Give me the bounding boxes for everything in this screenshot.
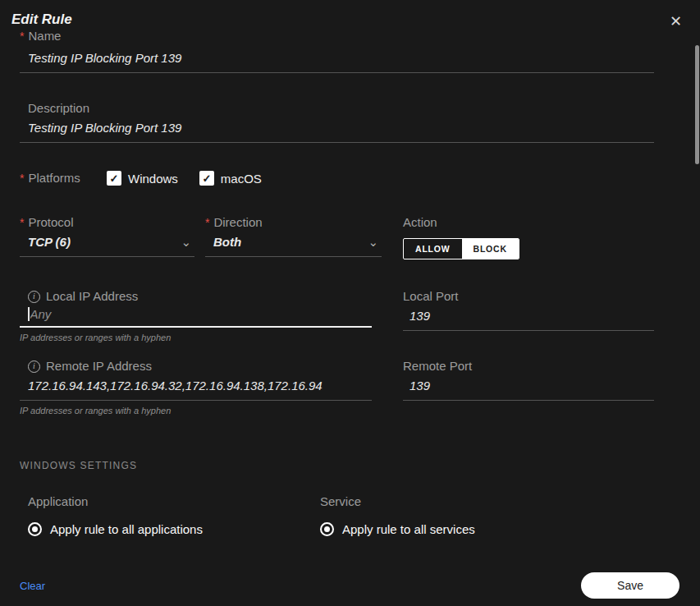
service-radio[interactable]: Apply rule to all services (312, 522, 654, 536)
dialog-footer: Clear Save (20, 572, 679, 599)
service-field: Service Apply rule to all services (312, 494, 654, 536)
local-port-value: 139 (409, 309, 430, 323)
remote-ip-value: 172.16.94.143,172.16.94.32,172.16.94.138… (28, 379, 323, 393)
save-button[interactable]: Save (581, 572, 679, 599)
close-icon: ✕ (670, 13, 682, 30)
local-port-label-row: Local Port (403, 289, 654, 304)
application-service-row: Application Apply rule to all applicatio… (20, 494, 654, 536)
radio-dot (324, 526, 330, 532)
radio-selected-icon (320, 522, 334, 536)
platforms-label: Platforms (28, 171, 80, 185)
chevron-down-icon: ⌄ (368, 238, 378, 246)
direction-label: Direction (213, 215, 262, 229)
local-ip-input[interactable] (30, 307, 373, 321)
radio-selected-icon (28, 522, 42, 536)
protocol-value: TCP (6) (28, 235, 71, 250)
windows-settings-heading: WINDOWS SETTINGS (20, 460, 654, 471)
service-radio-label: Apply rule to all services (342, 522, 475, 536)
platforms-field: *Platforms ✓ Windows ✓ macOS (20, 171, 654, 186)
text-cursor (28, 307, 30, 321)
name-label-clip: *Name (20, 32, 654, 46)
description-label-row: Description (20, 101, 654, 116)
name-label-row: *Name (20, 32, 654, 44)
local-port-input[interactable]: 139 (403, 304, 654, 331)
name-field: *Name Testing IP Blocking Port 139 (20, 32, 654, 73)
local-row: i Local IP Address IP addresses or range… (20, 289, 654, 342)
info-icon-glyph: i (33, 289, 35, 304)
edit-rule-dialog: Edit Rule ✕ *Name Testing IP Blocking Po… (0, 0, 700, 606)
remote-port-field: Remote Port 139 (403, 359, 654, 415)
action-field: Action ALLOW BLOCK (403, 215, 654, 259)
local-port-field: Local Port 139 (403, 289, 654, 342)
checkbox-windows-label: Windows (128, 172, 178, 186)
chevron-down-icon: ⌄ (181, 238, 191, 246)
name-input[interactable]: Testing IP Blocking Port 139 (20, 46, 654, 73)
application-label-row: Application (20, 494, 312, 509)
direction-select[interactable]: *Direction Both ⌄ (205, 215, 382, 259)
required-asterisk: * (205, 216, 209, 229)
form-body: *Name Testing IP Blocking Port 139 Descr… (0, 30, 700, 536)
scrollbar-thumb[interactable] (695, 45, 699, 164)
local-ip-input-wrap (20, 304, 372, 328)
remote-ip-input[interactable]: 172.16.94.143,172.16.94.32,172.16.94.138… (20, 374, 372, 401)
radio-dot (32, 526, 38, 532)
remote-port-label-row: Remote Port (403, 359, 654, 374)
description-label: Description (28, 101, 89, 115)
protocol-value-row: TCP (6) ⌄ (20, 230, 194, 257)
application-radio-label: Apply rule to all applications (50, 522, 203, 536)
action-toggle: ALLOW BLOCK (403, 238, 519, 259)
protocol-label-row: *Protocol (20, 215, 194, 230)
remote-ip-field: i Remote IP Address 172.16.94.143,172.16… (20, 359, 372, 415)
remote-port-label: Remote Port (403, 359, 472, 373)
remote-row: i Remote IP Address 172.16.94.143,172.16… (20, 359, 654, 415)
protocol-select[interactable]: *Protocol TCP (6) ⌄ (20, 215, 194, 259)
check-icon: ✓ (202, 172, 211, 185)
local-port-label: Local Port (403, 289, 459, 303)
allow-button[interactable]: ALLOW (404, 239, 462, 259)
info-icon-glyph: i (33, 359, 35, 374)
checkbox-windows[interactable]: ✓ Windows (107, 171, 178, 186)
platforms-label-row: *Platforms (20, 171, 107, 186)
name-value: Testing IP Blocking Port 139 (28, 51, 181, 65)
info-icon[interactable]: i (28, 291, 40, 303)
remote-ip-label: Remote IP Address (46, 359, 152, 374)
local-ip-label-row: i Local IP Address (20, 289, 372, 304)
direction-label-row: *Direction (205, 215, 382, 230)
dialog-title: Edit Rule (11, 11, 72, 28)
required-asterisk: * (20, 32, 24, 43)
name-label: Name (28, 32, 61, 43)
checkbox-windows-box: ✓ (107, 171, 121, 186)
local-ip-label: Local IP Address (46, 289, 138, 304)
service-label: Service (320, 494, 361, 508)
checkbox-macos-box: ✓ (199, 171, 214, 186)
service-label-row: Service (312, 494, 654, 509)
remote-ip-helper: IP addresses or ranges with a hyphen (20, 406, 372, 415)
direction-value: Both (213, 235, 241, 250)
protocol-label: Protocol (28, 215, 73, 229)
remote-port-value: 139 (409, 379, 430, 393)
checkbox-macos[interactable]: ✓ macOS (199, 171, 262, 186)
application-field: Application Apply rule to all applicatio… (20, 494, 312, 536)
clear-link[interactable]: Clear (20, 580, 45, 592)
protocol-direction-action-row: *Protocol TCP (6) ⌄ *Direction Both ⌄ Ac (20, 215, 654, 259)
description-input[interactable]: Testing IP Blocking Port 139 (20, 116, 654, 143)
dialog-header: Edit Rule ✕ (0, 0, 700, 30)
application-label: Application (28, 494, 88, 508)
description-value: Testing IP Blocking Port 139 (28, 121, 181, 135)
application-radio[interactable]: Apply rule to all applications (20, 522, 312, 536)
block-button[interactable]: BLOCK (462, 239, 519, 259)
remote-ip-label-row: i Remote IP Address (20, 359, 372, 374)
required-asterisk: * (20, 216, 24, 229)
close-button[interactable]: ✕ (670, 14, 682, 29)
required-asterisk: * (20, 172, 24, 185)
remote-port-input[interactable]: 139 (403, 374, 654, 401)
action-label: Action (403, 215, 437, 229)
checkbox-macos-label: macOS (221, 172, 262, 186)
direction-value-row: Both ⌄ (205, 230, 382, 257)
action-label-row: Action (403, 215, 654, 230)
local-ip-helper: IP addresses or ranges with a hyphen (20, 333, 372, 342)
description-field: Description Testing IP Blocking Port 139 (20, 101, 654, 143)
info-icon[interactable]: i (28, 360, 40, 373)
check-icon: ✓ (110, 172, 119, 185)
local-ip-field: i Local IP Address IP addresses or range… (20, 289, 372, 342)
